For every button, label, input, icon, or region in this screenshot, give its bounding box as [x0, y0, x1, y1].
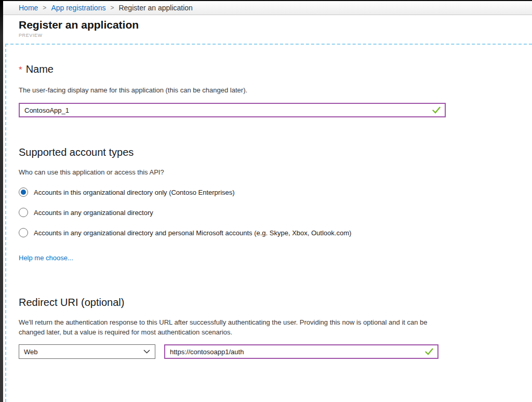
radio-button-icon[interactable]	[19, 208, 28, 217]
blade-header: Register an application PREVIEW	[0, 15, 532, 38]
chevron-down-icon	[143, 350, 150, 354]
breadcrumb-home-link[interactable]: Home	[19, 4, 38, 12]
radio-option-label: Accounts in any organizational directory	[34, 209, 153, 217]
breadcrumb-separator: >	[110, 4, 114, 11]
radio-option-label: Accounts in any organizational directory…	[34, 229, 351, 237]
breadcrumb-app-registrations-link[interactable]: App registrations	[51, 4, 105, 12]
redirect-platform-select[interactable]: Web	[19, 344, 155, 359]
radio-button-icon[interactable]	[19, 228, 28, 237]
preview-badge: PREVIEW	[19, 33, 532, 38]
required-marker: *	[19, 65, 22, 75]
app-name-field	[19, 103, 446, 117]
register-application-form: *Name The user-facing display name for t…	[5, 44, 532, 402]
radio-option-label: Accounts in this organizational director…	[34, 189, 235, 196]
redirect-uri-field	[164, 344, 438, 359]
help-me-choose-link[interactable]: Help me choose...	[19, 254, 73, 262]
app-name-input[interactable]	[20, 104, 445, 116]
name-label: Name	[26, 63, 54, 75]
breadcrumb: Home > App registrations > Register an a…	[0, 0, 532, 15]
radio-button-icon[interactable]	[19, 187, 28, 197]
checkmark-icon	[425, 348, 433, 355]
name-description: The user-facing display name for this ap…	[19, 85, 532, 95]
breadcrumb-separator: >	[43, 4, 46, 11]
page-title: Register an application	[19, 19, 532, 31]
radio-option-multitenant-personal[interactable]: Accounts in any organizational directory…	[19, 228, 532, 237]
redirect-uri-heading: Redirect URI (optional)	[19, 294, 532, 310]
redirect-uri-description: We'll return the authentication response…	[19, 317, 443, 337]
checkmark-icon	[432, 106, 441, 114]
portal-left-chrome-strip	[0, 0, 3, 402]
radio-option-single-tenant[interactable]: Accounts in this organizational director…	[19, 187, 532, 197]
radio-option-multitenant[interactable]: Accounts in any organizational directory	[19, 208, 532, 217]
account-types-heading: Supported account types	[19, 144, 532, 160]
redirect-uri-input[interactable]	[165, 345, 437, 358]
redirect-platform-selected-value: Web	[24, 348, 38, 356]
account-type-radio-group: Accounts in this organizational director…	[19, 187, 532, 237]
account-types-question: Who can use this application or access t…	[19, 168, 532, 176]
breadcrumb-current-page: Register an application	[118, 4, 192, 12]
name-section-heading: *Name	[19, 61, 532, 78]
